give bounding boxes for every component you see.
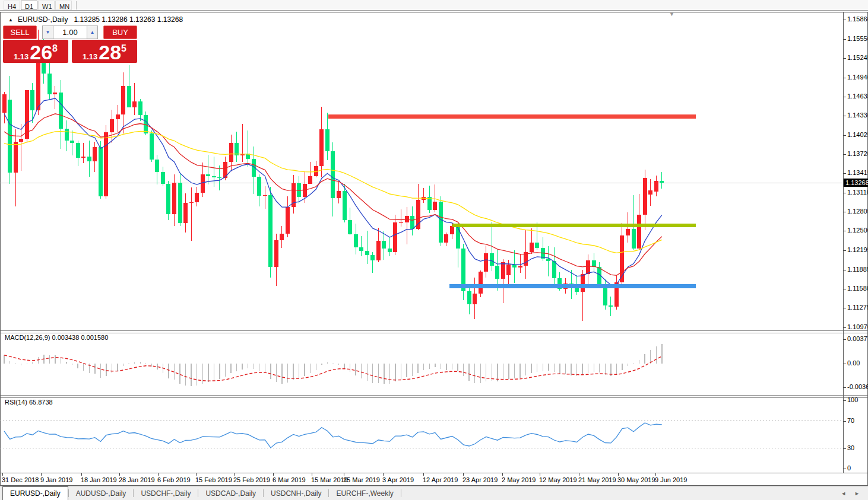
date-axis-label: 31 Dec 2018 (2, 476, 39, 483)
price-axis-label: 1.13110 (847, 189, 868, 196)
tab-usdcad-daily[interactable]: USDCAD-,Daily (198, 486, 263, 500)
volume-increase-button[interactable]: ▲ (87, 26, 98, 39)
chart-symbol-title: EURUSD-,Daily (18, 15, 68, 24)
axis-tick (2, 473, 3, 476)
timeframe-button-h4[interactable]: H4 (4, 1, 20, 10)
axis-tick (843, 39, 846, 40)
axis-tick (196, 473, 197, 476)
axis-tick (344, 473, 344, 476)
axis-tick (273, 473, 274, 476)
timeframe-button-mn[interactable]: MN (55, 1, 72, 10)
tab-usdchf-daily[interactable]: USDCHF-,Daily (134, 486, 198, 500)
axis-tick (618, 473, 619, 476)
axis-tick (843, 308, 846, 308)
chart-ohlc-values: 1.13285 1.13286 1.13263 1.13268 (74, 15, 183, 24)
axis-tick (843, 400, 846, 401)
buy-button[interactable]: BUY (103, 26, 137, 39)
date-axis-label: 15 Mar 2019 (311, 476, 348, 483)
axis-tick (843, 270, 846, 270)
price-axis-label: 1.12195 (847, 246, 868, 253)
one-click-trading-panel: SELL ▼ ▲ BUY 1.13 26 8 1.13 28 5 (3, 26, 137, 63)
date-axis-label: 9 Jun 2019 (655, 476, 687, 483)
timeframe-button-d1[interactable]: D1 (21, 1, 37, 10)
rsi-axis-label: 30 (847, 444, 854, 451)
axis-tick (579, 473, 579, 476)
axis-tick (843, 135, 846, 136)
axis-tick (843, 250, 846, 251)
rsi-label: RSI(14) 65.8738 (5, 399, 53, 406)
buy-price-display[interactable]: 1.13 28 5 (72, 40, 137, 63)
price-axis-label: 1.15860 (847, 15, 868, 23)
tab-eurusd-daily[interactable]: EURUSD-,Daily (2, 486, 68, 500)
price-axis-label: 1.13720 (847, 150, 868, 157)
collapse-chart-icon[interactable]: ▲ (8, 17, 13, 23)
timeframe-button-w1[interactable]: W1 (38, 1, 55, 10)
sell-price-point: 8 (52, 44, 58, 53)
toolbar-separator (76, 1, 77, 9)
price-axis-label: 1.12805 (847, 208, 868, 215)
axis-tick (843, 58, 846, 59)
axis-tick (843, 212, 846, 212)
axis-tick (843, 116, 846, 116)
macd-indicator-pane[interactable] (0, 332, 843, 395)
price-axis-label: 1.11275 (847, 304, 868, 311)
axis-tick (843, 97, 846, 97)
tab-scroll-right-icon[interactable]: ► (854, 491, 860, 496)
tab-audusd-daily[interactable]: AUDUSD-,Daily (69, 486, 134, 500)
price-axis-label: 1.10970 (847, 323, 868, 330)
date-axis-label: 2 May 2019 (502, 476, 536, 483)
axis-tick (843, 448, 846, 449)
axis-tick (843, 20, 846, 20)
axis-tick (502, 473, 503, 476)
axis-tick (312, 473, 312, 476)
date-axis-label: 9 Jan 2019 (40, 476, 72, 483)
axis-tick (843, 364, 846, 364)
axis-tick (843, 173, 846, 174)
tab-eurchf-weekly[interactable]: EURCHF-,Weekly (329, 486, 400, 500)
rsi-indicator-pane[interactable] (0, 397, 843, 473)
date-axis-label: 15 Feb 2019 (195, 476, 232, 483)
date-axis-label: 23 Apr 2019 (462, 476, 498, 483)
trade-panel-controls: SELL ▼ ▲ BUY (3, 26, 137, 39)
axis-tick (423, 473, 424, 476)
date-axis-label: 6 Feb 2019 (157, 476, 191, 483)
sell-price-display[interactable]: 1.13 26 8 (3, 40, 68, 63)
price-axis-label: 1.14025 (847, 131, 868, 138)
price-axis-label: 1.15245 (847, 54, 868, 61)
tab-usdcnh-daily[interactable]: USDCNH-,Daily (264, 486, 328, 500)
date-axis-label: 30 May 2019 (617, 476, 655, 483)
macd-label: MACD(12,26,9) 0.003438 0.001580 (5, 334, 108, 341)
chart-header: ▲ EURUSD-,Daily 1.13285 1.13286 1.13263 … (8, 15, 183, 24)
volume-input[interactable] (53, 26, 87, 39)
tab-scroll-controls: ◄ ► (841, 486, 868, 500)
axis-tick (843, 469, 846, 469)
date-axis-label: 12 May 2019 (539, 476, 577, 483)
axis-tick (843, 327, 846, 328)
buy-price-point: 5 (121, 44, 126, 53)
date-axis-border (0, 473, 868, 473)
axis-tick (463, 473, 464, 476)
volume-decrease-button[interactable]: ▼ (42, 26, 53, 39)
spacer (37, 26, 42, 39)
price-axis-label: 1.11580 (847, 285, 868, 292)
current-price-tag: 1.13268 (844, 179, 868, 187)
axis-tick (843, 154, 846, 155)
axis-tick (843, 193, 846, 193)
sell-button[interactable]: SELL (3, 26, 37, 39)
price-axis-label: 1.15550 (847, 35, 868, 42)
date-axis-label: 25 Mar 2019 (343, 476, 380, 483)
date-axis-label: 21 May 2019 (578, 476, 616, 483)
axis-tick (234, 473, 235, 476)
price-axis-label: 1.13415 (847, 169, 868, 176)
date-axis-label: 12 Apr 2019 (423, 476, 458, 483)
spacer (98, 26, 103, 39)
tab-separator (401, 489, 401, 497)
tab-scroll-left-icon[interactable]: ◄ (841, 491, 846, 496)
axis-tick (81, 473, 82, 476)
macd-axis-label: 0.00 (847, 359, 860, 367)
price-axis-label: 1.11885 (847, 266, 868, 273)
axis-tick (655, 473, 656, 476)
buy-price-figure: 1.13 (83, 52, 97, 61)
timeframe-toolbar: H4 D1 W1 MN (0, 0, 868, 11)
chart-shift-marker-icon[interactable]: ▼ (669, 12, 674, 17)
